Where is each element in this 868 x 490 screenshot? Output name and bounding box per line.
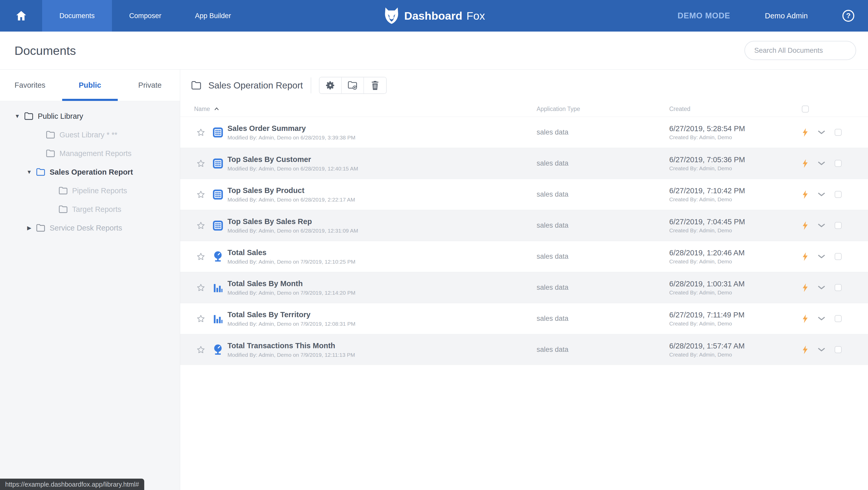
document-name-link[interactable]: Total Sales By Month xyxy=(227,280,355,288)
live-data-bolt-icon[interactable] xyxy=(802,314,809,323)
created-by: Created By: Admin, Demo xyxy=(669,227,802,234)
column-header-type[interactable]: Application Type xyxy=(537,106,669,113)
table-row: Total Transactions This Month Modified B… xyxy=(180,334,868,365)
created-date: 6/27/2019, 7:11:49 PM xyxy=(669,311,802,319)
live-data-bolt-icon[interactable] xyxy=(802,221,809,230)
new-folder-icon[interactable] xyxy=(342,77,364,93)
sort-ascending-icon[interactable] xyxy=(214,106,220,112)
help-icon[interactable]: ? xyxy=(842,10,854,22)
row-checkbox[interactable] xyxy=(835,191,842,198)
table-row: Top Sales By Customer Modified By: Admin… xyxy=(180,148,868,179)
library-tab-public[interactable]: Public xyxy=(60,69,120,101)
created-date: 6/27/2019, 7:05:36 PM xyxy=(669,155,802,164)
tree-folder-icon xyxy=(36,168,45,176)
favorite-star-icon[interactable] xyxy=(196,221,205,230)
row-checkbox[interactable] xyxy=(835,284,842,291)
page-title: Documents xyxy=(14,44,76,58)
row-checkbox[interactable] xyxy=(835,346,842,353)
tree-item-target-reports[interactable]: Target Reports xyxy=(0,200,180,219)
created-by: Created By: Admin, Demo xyxy=(669,352,802,358)
row-checkbox[interactable] xyxy=(835,222,842,229)
live-data-bolt-icon[interactable] xyxy=(802,283,809,292)
tree-item-public-library[interactable]: ▼ Public Library xyxy=(0,107,180,125)
folder-icon xyxy=(191,81,202,90)
gauge-report-icon xyxy=(213,344,223,356)
home-button[interactable] xyxy=(0,0,42,32)
live-data-bolt-icon[interactable] xyxy=(802,159,809,168)
document-name-link[interactable]: Total Sales By Territory xyxy=(227,311,355,319)
library-tab-favorites[interactable]: Favorites xyxy=(0,69,60,101)
application-type: sales data xyxy=(537,191,669,198)
live-data-bolt-icon[interactable] xyxy=(802,345,809,354)
document-name-link[interactable]: Top Sales By Customer xyxy=(227,155,358,164)
folder-actions xyxy=(319,77,387,94)
tree-folder-icon xyxy=(24,112,34,120)
tree-caret-icon[interactable]: ▼ xyxy=(14,113,21,119)
nav-tab-composer[interactable]: Composer xyxy=(112,0,179,32)
created-by: Created By: Admin, Demo xyxy=(669,196,802,203)
chevron-down-icon[interactable] xyxy=(817,192,825,197)
nav-tab-app-builder[interactable]: App Builder xyxy=(179,0,247,32)
document-name-link[interactable]: Top Sales By Sales Rep xyxy=(227,217,358,226)
created-date: 6/27/2019, 5:28:54 PM xyxy=(669,124,802,133)
column-header-created[interactable]: Created xyxy=(669,106,802,113)
toolbar-divider xyxy=(311,77,311,93)
row-checkbox[interactable] xyxy=(835,315,842,322)
favorite-star-icon[interactable] xyxy=(196,128,205,137)
user-menu[interactable]: Demo Admin xyxy=(765,12,808,20)
created-date: 6/28/2019, 1:57:47 AM xyxy=(669,342,802,350)
document-name-link[interactable]: Sales Order Summary xyxy=(227,124,355,133)
favorite-star-icon[interactable] xyxy=(196,252,205,261)
tree-item-guest-library[interactable]: Guest Library * ** xyxy=(0,125,180,144)
favorite-star-icon[interactable] xyxy=(196,190,205,199)
chevron-down-icon[interactable] xyxy=(817,316,825,321)
live-data-bolt-icon[interactable] xyxy=(802,252,809,261)
chevron-down-icon[interactable] xyxy=(817,161,825,166)
search-input[interactable] xyxy=(744,41,856,60)
tree-item-sales-operation-report[interactable]: ▼ Sales Operation Report xyxy=(0,163,180,181)
tree-item-service-desk-reports[interactable]: ▶ Service Desk Reports xyxy=(0,219,180,237)
sidebar: FavoritesPublicPrivate ▼ Public Library … xyxy=(0,69,180,490)
chevron-down-icon[interactable] xyxy=(817,254,825,259)
select-all-checkbox[interactable] xyxy=(802,106,809,113)
row-checkbox[interactable] xyxy=(835,253,842,260)
table-row: Total Sales By Month Modified By: Admin,… xyxy=(180,272,868,303)
favorite-star-icon[interactable] xyxy=(196,314,205,323)
created-date: 6/28/2019, 1:00:31 AM xyxy=(669,280,802,288)
gauge-report-icon xyxy=(213,251,223,263)
created-by: Created By: Admin, Demo xyxy=(669,134,802,141)
tree-caret-icon[interactable]: ▼ xyxy=(26,169,33,175)
favorite-star-icon[interactable] xyxy=(196,345,205,354)
document-name-link[interactable]: Total Sales xyxy=(227,248,355,257)
nav-tab-documents[interactable]: Documents xyxy=(42,0,112,32)
chevron-down-icon[interactable] xyxy=(817,130,825,135)
tree-folder-icon xyxy=(59,205,68,213)
main-panel: Sales Operation Report Name xyxy=(180,69,868,490)
folder-toolbar: Sales Operation Report xyxy=(180,69,868,101)
library-tab-private[interactable]: Private xyxy=(120,69,180,101)
document-name-link[interactable]: Top Sales By Product xyxy=(227,186,355,195)
row-checkbox[interactable] xyxy=(835,129,842,136)
column-header-name[interactable]: Name xyxy=(194,106,210,113)
document-modified-text: Modified By: Admin, Demo on 6/28/2019, 3… xyxy=(227,135,355,141)
tree-caret-icon[interactable]: ▶ xyxy=(26,225,33,231)
table-header: Name Application Type Created xyxy=(180,101,868,117)
favorite-star-icon[interactable] xyxy=(196,283,205,292)
chevron-down-icon[interactable] xyxy=(817,223,825,228)
tree-folder-icon xyxy=(46,149,55,157)
document-name-link[interactable]: Total Transactions This Month xyxy=(227,342,355,350)
favorite-star-icon[interactable] xyxy=(196,159,205,168)
chevron-down-icon[interactable] xyxy=(817,347,825,352)
trash-icon[interactable] xyxy=(364,77,386,93)
primary-nav: DocumentsComposerApp Builder xyxy=(42,0,247,32)
row-checkbox[interactable] xyxy=(835,160,842,167)
settings-gear-icon[interactable] xyxy=(319,77,342,93)
document-modified-text: Modified By: Admin, Demo on 6/28/2019, 1… xyxy=(227,166,358,172)
created-date: 6/27/2019, 7:10:42 PM xyxy=(669,186,802,195)
chevron-down-icon[interactable] xyxy=(817,285,825,290)
live-data-bolt-icon[interactable] xyxy=(802,190,809,199)
live-data-bolt-icon[interactable] xyxy=(802,128,809,137)
tree-item-pipeline-reports[interactable]: Pipeline Reports xyxy=(0,181,180,200)
table-row: Total Sales Modified By: Admin, Demo on … xyxy=(180,241,868,272)
tree-item-management-reports[interactable]: Management Reports xyxy=(0,144,180,163)
